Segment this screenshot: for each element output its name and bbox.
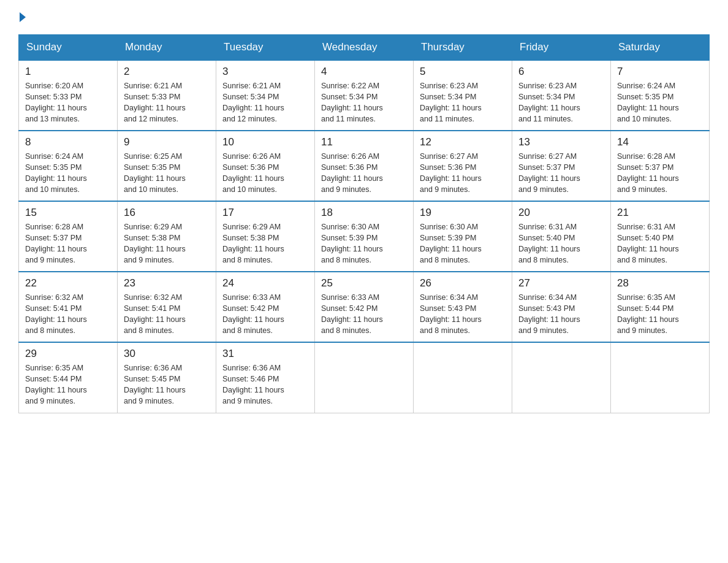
calendar-cell: 8 Sunrise: 6:24 AMSunset: 5:35 PMDayligh…	[19, 131, 118, 201]
day-info: Sunrise: 6:21 AMSunset: 5:33 PMDaylight:…	[124, 80, 210, 125]
logo-arrow-icon	[20, 12, 26, 22]
calendar-cell: 28 Sunrise: 6:35 AMSunset: 5:44 PMDaylig…	[611, 272, 710, 342]
day-number: 16	[124, 207, 210, 219]
day-info: Sunrise: 6:24 AMSunset: 5:35 PMDaylight:…	[25, 151, 111, 196]
calendar-cell: 11 Sunrise: 6:26 AMSunset: 5:36 PMDaylig…	[315, 131, 414, 201]
day-info: Sunrise: 6:20 AMSunset: 5:33 PMDaylight:…	[25, 80, 111, 125]
calendar-cell: 30 Sunrise: 6:36 AMSunset: 5:45 PMDaylig…	[118, 342, 216, 413]
calendar-cell: 15 Sunrise: 6:28 AMSunset: 5:37 PMDaylig…	[19, 201, 118, 272]
day-number: 20	[518, 207, 604, 219]
week-row-4: 22 Sunrise: 6:32 AMSunset: 5:41 PMDaylig…	[19, 272, 710, 342]
calendar-cell: 6 Sunrise: 6:23 AMSunset: 5:34 PMDayligh…	[512, 60, 611, 131]
calendar-cell: 4 Sunrise: 6:22 AMSunset: 5:34 PMDayligh…	[315, 60, 414, 131]
day-number: 3	[222, 66, 308, 78]
day-info: Sunrise: 6:27 AMSunset: 5:36 PMDaylight:…	[420, 151, 506, 196]
week-row-5: 29 Sunrise: 6:35 AMSunset: 5:44 PMDaylig…	[19, 342, 710, 413]
calendar-cell	[611, 342, 710, 413]
day-info: Sunrise: 6:23 AMSunset: 5:34 PMDaylight:…	[518, 80, 604, 125]
calendar-cell: 24 Sunrise: 6:33 AMSunset: 5:42 PMDaylig…	[216, 272, 315, 342]
day-info: Sunrise: 6:26 AMSunset: 5:36 PMDaylight:…	[321, 151, 407, 196]
day-info: Sunrise: 6:23 AMSunset: 5:34 PMDaylight:…	[420, 80, 506, 125]
weekday-header-wednesday: Wednesday	[315, 35, 414, 61]
calendar-cell: 13 Sunrise: 6:27 AMSunset: 5:37 PMDaylig…	[512, 131, 611, 201]
day-info: Sunrise: 6:34 AMSunset: 5:43 PMDaylight:…	[518, 292, 604, 337]
day-number: 14	[617, 136, 703, 148]
day-info: Sunrise: 6:35 AMSunset: 5:44 PMDaylight:…	[25, 362, 111, 407]
calendar-cell: 16 Sunrise: 6:29 AMSunset: 5:38 PMDaylig…	[118, 201, 216, 272]
day-number: 24	[222, 277, 308, 289]
calendar-cell: 17 Sunrise: 6:29 AMSunset: 5:38 PMDaylig…	[216, 201, 315, 272]
day-info: Sunrise: 6:28 AMSunset: 5:37 PMDaylight:…	[617, 151, 703, 196]
calendar-cell: 25 Sunrise: 6:33 AMSunset: 5:42 PMDaylig…	[315, 272, 414, 342]
day-info: Sunrise: 6:28 AMSunset: 5:37 PMDaylight:…	[25, 221, 111, 266]
day-info: Sunrise: 6:33 AMSunset: 5:42 PMDaylight:…	[222, 292, 308, 337]
day-number: 23	[124, 277, 210, 289]
calendar-cell: 29 Sunrise: 6:35 AMSunset: 5:44 PMDaylig…	[19, 342, 118, 413]
day-info: Sunrise: 6:21 AMSunset: 5:34 PMDaylight:…	[222, 80, 308, 125]
day-info: Sunrise: 6:36 AMSunset: 5:45 PMDaylight:…	[124, 362, 210, 407]
day-number: 26	[420, 277, 506, 289]
day-info: Sunrise: 6:32 AMSunset: 5:41 PMDaylight:…	[124, 292, 210, 337]
day-number: 17	[222, 207, 308, 219]
weekday-header-row: SundayMondayTuesdayWednesdayThursdayFrid…	[19, 35, 710, 61]
weekday-header-tuesday: Tuesday	[216, 35, 315, 61]
day-number: 30	[124, 348, 210, 360]
calendar-cell: 20 Sunrise: 6:31 AMSunset: 5:40 PMDaylig…	[512, 201, 611, 272]
calendar-cell: 23 Sunrise: 6:32 AMSunset: 5:41 PMDaylig…	[118, 272, 216, 342]
day-number: 31	[222, 348, 308, 360]
day-info: Sunrise: 6:25 AMSunset: 5:35 PMDaylight:…	[124, 151, 210, 196]
week-row-3: 15 Sunrise: 6:28 AMSunset: 5:37 PMDaylig…	[19, 201, 710, 272]
week-row-2: 8 Sunrise: 6:24 AMSunset: 5:35 PMDayligh…	[19, 131, 710, 201]
day-number: 18	[321, 207, 407, 219]
day-info: Sunrise: 6:30 AMSunset: 5:39 PMDaylight:…	[420, 221, 506, 266]
calendar-cell	[414, 342, 512, 413]
day-number: 19	[420, 207, 506, 219]
day-info: Sunrise: 6:24 AMSunset: 5:35 PMDaylight:…	[617, 80, 703, 125]
day-number: 5	[420, 66, 506, 78]
calendar-cell: 19 Sunrise: 6:30 AMSunset: 5:39 PMDaylig…	[414, 201, 512, 272]
calendar-cell: 21 Sunrise: 6:31 AMSunset: 5:40 PMDaylig…	[611, 201, 710, 272]
day-number: 8	[25, 136, 111, 148]
day-info: Sunrise: 6:31 AMSunset: 5:40 PMDaylight:…	[617, 221, 703, 266]
day-number: 9	[124, 136, 210, 148]
calendar-cell: 7 Sunrise: 6:24 AMSunset: 5:35 PMDayligh…	[611, 60, 710, 131]
calendar-cell: 26 Sunrise: 6:34 AMSunset: 5:43 PMDaylig…	[414, 272, 512, 342]
logo	[18, 12, 26, 22]
calendar-cell: 18 Sunrise: 6:30 AMSunset: 5:39 PMDaylig…	[315, 201, 414, 272]
weekday-header-thursday: Thursday	[414, 35, 512, 61]
day-info: Sunrise: 6:29 AMSunset: 5:38 PMDaylight:…	[124, 221, 210, 266]
day-number: 13	[518, 136, 604, 148]
weekday-header-monday: Monday	[118, 35, 216, 61]
calendar-cell: 27 Sunrise: 6:34 AMSunset: 5:43 PMDaylig…	[512, 272, 611, 342]
calendar-cell: 12 Sunrise: 6:27 AMSunset: 5:36 PMDaylig…	[414, 131, 512, 201]
day-number: 21	[617, 207, 703, 219]
day-number: 15	[25, 207, 111, 219]
page-header	[18, 12, 710, 22]
day-number: 29	[25, 348, 111, 360]
day-info: Sunrise: 6:32 AMSunset: 5:41 PMDaylight:…	[25, 292, 111, 337]
calendar-cell: 9 Sunrise: 6:25 AMSunset: 5:35 PMDayligh…	[118, 131, 216, 201]
day-info: Sunrise: 6:33 AMSunset: 5:42 PMDaylight:…	[321, 292, 407, 337]
weekday-header-sunday: Sunday	[19, 35, 118, 61]
day-number: 6	[518, 66, 604, 78]
day-number: 25	[321, 277, 407, 289]
calendar-table: SundayMondayTuesdayWednesdayThursdayFrid…	[18, 34, 710, 413]
day-number: 1	[25, 66, 111, 78]
day-number: 2	[124, 66, 210, 78]
calendar-cell: 1 Sunrise: 6:20 AMSunset: 5:33 PMDayligh…	[19, 60, 118, 131]
calendar-cell	[315, 342, 414, 413]
day-info: Sunrise: 6:27 AMSunset: 5:37 PMDaylight:…	[518, 151, 604, 196]
day-number: 28	[617, 277, 703, 289]
day-info: Sunrise: 6:35 AMSunset: 5:44 PMDaylight:…	[617, 292, 703, 337]
day-number: 11	[321, 136, 407, 148]
day-info: Sunrise: 6:36 AMSunset: 5:46 PMDaylight:…	[222, 362, 308, 407]
week-row-1: 1 Sunrise: 6:20 AMSunset: 5:33 PMDayligh…	[19, 60, 710, 131]
day-info: Sunrise: 6:29 AMSunset: 5:38 PMDaylight:…	[222, 221, 308, 266]
day-number: 10	[222, 136, 308, 148]
day-number: 12	[420, 136, 506, 148]
calendar-cell: 14 Sunrise: 6:28 AMSunset: 5:37 PMDaylig…	[611, 131, 710, 201]
day-info: Sunrise: 6:22 AMSunset: 5:34 PMDaylight:…	[321, 80, 407, 125]
weekday-header-friday: Friday	[512, 35, 611, 61]
calendar-cell: 10 Sunrise: 6:26 AMSunset: 5:36 PMDaylig…	[216, 131, 315, 201]
day-number: 22	[25, 277, 111, 289]
